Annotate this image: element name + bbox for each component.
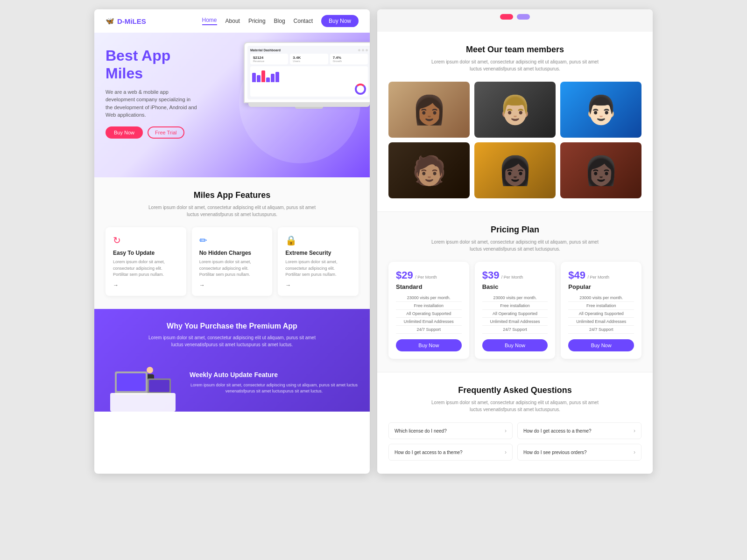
bar-6 [275, 72, 279, 82]
pricing-card-standard: $29 / Per Month Standard 23000 visits pe… [388, 262, 469, 359]
carousel-dot-1[interactable] [500, 14, 513, 20]
feature-card-1: ↻ Easy To Update Lorem ipsum dolor sit a… [106, 227, 186, 296]
logo-icon: 🦋 [106, 17, 114, 25]
feature-1-1: 23000 visits per month. [396, 294, 462, 302]
feature-arrow-1[interactable]: → [113, 282, 179, 288]
feature-desc-1: Lorem ipsum dolor sit amet, consectetur … [113, 259, 179, 278]
feature-3-1: 23000 visits per month. [568, 294, 634, 302]
plan-name-3: Popular [568, 283, 634, 290]
team-member-2: 👨🏼 [474, 82, 556, 138]
laptop-stand [295, 107, 323, 109]
feature-card-3: 🔒 Extreme Security Lorem ipsum dolor sit… [278, 227, 359, 296]
faq-item-3[interactable]: How do I get access to a theme? › [388, 444, 513, 461]
faq-item-2[interactable]: How do I get access to a theme? › [517, 422, 641, 439]
member-photo-5: 👩🏿 [474, 142, 556, 198]
premium-bottom: Weekly Auto Update Feature Lorem ipsum d… [106, 356, 359, 412]
faq-sub: Lorem ipsum dolor sit amet, consectetur … [426, 399, 604, 413]
iso-monitor-screen [117, 373, 146, 391]
dot-2 [362, 49, 364, 51]
bar-3 [261, 70, 265, 82]
member-photo-1: 👩🏾 [388, 82, 470, 138]
iso-laptop-screen [149, 380, 169, 392]
hero-buy-button[interactable]: Buy Now [106, 126, 143, 139]
feature-arrow-3[interactable]: → [285, 282, 351, 288]
hero-buttons: Buy Now Free Trial [106, 126, 359, 139]
laptop-dots [358, 49, 368, 51]
pricing-card-basic: $39 / Per Month Basic 23000 visits per m… [475, 262, 556, 359]
pricing-sub: Lorem ipsum dolor sit amet, consectetur … [426, 238, 604, 252]
feature-desc-2: Lorem ipsum dolor sit amet, consectetur … [199, 259, 265, 278]
logo: 🦋 D-MiLES [106, 17, 146, 25]
stat-card-3: 7.4% Growth [330, 54, 368, 64]
carousel-dot-2[interactable] [517, 14, 530, 20]
nav-contact[interactable]: Contact [294, 18, 313, 24]
buy-standard-button[interactable]: Buy Now [396, 339, 462, 351]
faq-item-1[interactable]: Which license do I need? › [388, 422, 513, 439]
features-sub: Lorem ipsum dolor sit amet, consectetur … [143, 204, 321, 218]
feature-2-1: 23000 visits per month. [482, 294, 548, 302]
iso-laptop [148, 378, 171, 395]
nav-buy-button[interactable]: Buy Now [321, 15, 359, 27]
price-amount-2: $39 / Per Month [482, 269, 548, 281]
laptop-mockup: Material Dashboard $2124 Revenue [244, 42, 370, 109]
feature-3-3: All Operating Supported [568, 310, 634, 318]
stats-row: $2124 Revenue 3.4K Users 7.4% Growth [250, 54, 368, 64]
laptop-screen: Material Dashboard $2124 Revenue [244, 42, 370, 103]
right-page: Meet Our team members Lorem ipsum dolor … [377, 9, 653, 474]
laptop-base [248, 103, 370, 107]
features-section: Miles App Features Lorem ipsum dolor sit… [94, 177, 370, 309]
team-title: Meet Our team members [388, 45, 641, 55]
team-member-5: 👩🏿 [474, 142, 556, 198]
team-grid: 👩🏾 👨🏼 👨🏻 🧑🏽 👩🏿 👩🏿 [388, 82, 641, 198]
bar-1 [252, 73, 256, 82]
chart-bars [252, 68, 366, 82]
feature-cards: ↻ Easy To Update Lorem ipsum dolor sit a… [106, 227, 359, 296]
pricing-title: Pricing Plan [388, 225, 641, 235]
nav-about[interactable]: About [226, 18, 240, 24]
dot-3 [366, 49, 368, 51]
faq-question-3: How do I get access to a theme? [395, 450, 505, 455]
carousel-dots [387, 14, 643, 20]
team-member-3: 👨🏻 [560, 82, 641, 138]
member-photo-2: 👨🏼 [474, 82, 556, 138]
faq-arrow-1: › [505, 427, 507, 434]
price-amount-1: $29 / Per Month [396, 269, 462, 281]
feature-title-3: Extreme Security [285, 250, 351, 256]
hero-section: Best App Miles We are a web & mobile app… [94, 33, 370, 177]
donut-row [252, 84, 366, 95]
nav-blog[interactable]: Blog [274, 18, 285, 24]
team-sub: Lorem ipsum dolor sit amet, consectetur … [426, 58, 604, 72]
laptop-inner: Material Dashboard $2124 Revenue [247, 46, 370, 99]
pricing-card-popular: $49 / Per Month Popular 23000 visits per… [561, 262, 641, 359]
plan-features-2: 23000 visits per month. Free installatio… [482, 294, 548, 334]
iso-monitor [115, 371, 148, 395]
feature-title-2: No Hidden Charges [199, 250, 265, 256]
nav-pricing[interactable]: Pricing [248, 18, 266, 24]
faq-item-4[interactable]: How do I see previous orders? › [517, 444, 641, 461]
nav-home[interactable]: Home [202, 17, 217, 25]
stat-card-2: 3.4K Users [290, 54, 328, 64]
buy-popular-button[interactable]: Buy Now [568, 339, 634, 351]
team-member-6: 👩🏿 [560, 142, 641, 198]
feature-1-5: 24/7 Support [396, 326, 462, 334]
feature-3-2: Free installation [568, 302, 634, 310]
faq-question-2: How do I get access to a theme? [523, 428, 634, 434]
feature-1-3: All Operating Supported [396, 310, 462, 318]
iso-illustration [106, 356, 180, 412]
nav-links: Home About Pricing Blog Contact Buy Now [202, 15, 359, 27]
team-member-4: 🧑🏽 [388, 142, 470, 198]
update-title: Weekly Auto Update Feature [190, 371, 359, 378]
feature-arrow-2[interactable]: → [199, 282, 265, 288]
plan-features-1: 23000 visits per month. Free installatio… [396, 294, 462, 334]
member-photo-6: 👩🏿 [560, 142, 641, 198]
member-photo-4: 🧑🏽 [388, 142, 470, 198]
bar-2 [257, 75, 261, 82]
update-icon: ↻ [113, 235, 179, 246]
price-amount-3: $49 / Per Month [568, 269, 634, 281]
buy-basic-button[interactable]: Buy Now [482, 339, 548, 351]
hero-trial-button[interactable]: Free Trial [148, 126, 184, 139]
feature-desc-3: Lorem ipsum dolor sit amet, consectetur … [285, 259, 351, 278]
faq-section: Frequently Asked Questions Lorem ipsum d… [377, 372, 653, 474]
pricing-cards: $29 / Per Month Standard 23000 visits pe… [388, 262, 641, 359]
plan-name-2: Basic [482, 283, 548, 290]
